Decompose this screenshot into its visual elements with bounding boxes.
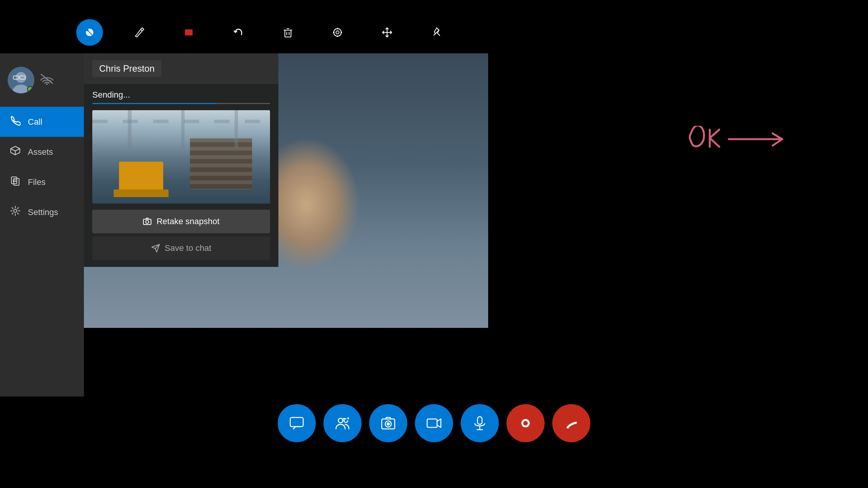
svg-point-50	[523, 421, 528, 425]
progress-fill	[92, 103, 217, 104]
pen-tool-button[interactable]	[126, 19, 153, 46]
sidebar-call-label: Call	[28, 117, 42, 127]
avatar	[8, 67, 34, 93]
save-label: Save to chat	[165, 243, 211, 253]
retake-snapshot-button[interactable]: Retake snapshot	[92, 210, 270, 233]
sending-text: Sending...	[92, 90, 270, 100]
undo-button[interactable]	[225, 19, 252, 46]
pin-button[interactable]	[423, 19, 450, 46]
sidebar-item-assets[interactable]: Assets	[0, 137, 84, 167]
svg-point-33	[146, 220, 149, 223]
sending-progress-bar	[92, 103, 270, 104]
phone-icon	[10, 115, 21, 128]
participants-button[interactable]	[323, 404, 362, 442]
video-area: Chris Preston Sending...	[84, 53, 488, 328]
cube-icon	[10, 145, 21, 159]
delete-button[interactable]	[275, 19, 301, 46]
svg-point-9	[334, 29, 341, 36]
rectangle-tool-button[interactable]	[175, 19, 202, 46]
sidebar: Call Assets Files	[0, 53, 84, 396]
snapshot-button[interactable]	[369, 404, 407, 442]
online-indicator	[27, 86, 33, 92]
annotation-overlay	[685, 126, 799, 196]
svg-point-19	[16, 72, 26, 83]
svg-point-24	[46, 83, 48, 85]
sidebar-files-label: Files	[28, 177, 45, 187]
mute-button[interactable]	[461, 404, 499, 442]
caller-name: Chris Preston	[92, 60, 161, 77]
svg-point-37	[338, 418, 343, 423]
snapshot-image	[92, 110, 270, 204]
caller-name-bar: Chris Preston	[84, 53, 278, 84]
save-to-chat-button[interactable]: Save to chat	[92, 236, 270, 260]
user-profile	[0, 61, 84, 99]
select-tool-button[interactable]	[76, 19, 103, 46]
move-button[interactable]	[374, 19, 400, 46]
call-controls	[278, 404, 590, 442]
svg-rect-45	[427, 419, 437, 427]
sending-section: Sending...	[84, 84, 278, 104]
snapshot-panel: Chris Preston Sending...	[84, 53, 278, 267]
sidebar-item-settings[interactable]: Settings	[0, 197, 84, 227]
sidebar-item-call[interactable]: Call	[0, 107, 84, 137]
svg-point-10	[336, 31, 339, 34]
snapshot-preview	[92, 110, 270, 204]
video-button[interactable]	[415, 404, 453, 442]
files-icon	[10, 175, 21, 189]
target-button[interactable]	[324, 19, 351, 46]
toolbar	[76, 19, 450, 46]
retake-label: Retake snapshot	[156, 217, 219, 226]
sidebar-settings-label: Settings	[28, 207, 58, 217]
record-button[interactable]	[506, 404, 545, 442]
sidebar-nav: Call Assets Files	[0, 107, 84, 227]
end-call-button[interactable]	[552, 404, 590, 442]
svg-point-44	[387, 423, 389, 425]
signal-icon	[40, 73, 54, 87]
sidebar-item-files[interactable]: Files	[0, 167, 84, 197]
svg-rect-3	[185, 29, 193, 35]
ok-arrow-annotation	[685, 126, 799, 194]
chat-button[interactable]	[278, 404, 316, 442]
svg-rect-36	[290, 417, 303, 427]
sidebar-assets-label: Assets	[28, 147, 53, 157]
action-buttons: Retake snapshot Save to chat	[84, 210, 278, 267]
svg-rect-4	[285, 30, 291, 37]
settings-icon	[10, 205, 21, 219]
svg-point-31	[14, 209, 17, 212]
svg-rect-46	[477, 417, 482, 424]
